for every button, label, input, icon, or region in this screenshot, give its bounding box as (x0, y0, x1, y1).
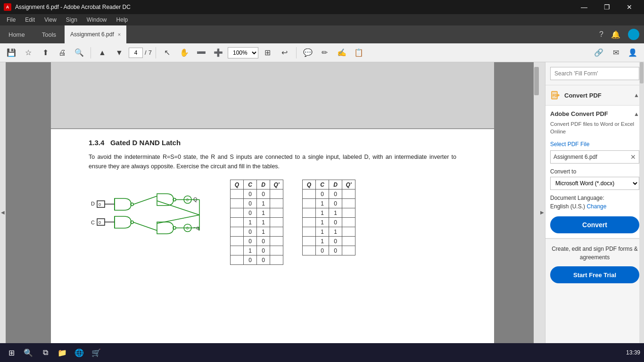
hand-tool-button[interactable]: ✋ (177, 45, 192, 60)
email-button[interactable]: ✉ (608, 45, 623, 60)
panel-scrollbar[interactable] (639, 62, 644, 362)
next-page-button[interactable]: ▼ (112, 45, 127, 60)
share-button[interactable]: 👤 (625, 45, 640, 60)
doc-language-value: English (U.S.) Change (550, 203, 639, 210)
pdf-scrollbar[interactable] (534, 62, 539, 362)
convert-button[interactable]: Convert (550, 216, 639, 233)
close-button[interactable]: ✕ (619, 0, 640, 14)
convert-pdf-header[interactable]: PDF Convert PDF ▲ (545, 85, 644, 106)
search-fill-form-input[interactable] (550, 67, 639, 80)
pen-button[interactable]: ✏ (317, 45, 332, 60)
menu-window[interactable]: Window (82, 16, 112, 24)
adobe-convert-chevron[interactable]: ▲ (634, 111, 639, 117)
pdf-viewer[interactable]: 1.3.4 Gated D NAND Latch To avoid the in… (6, 62, 539, 362)
change-language-link[interactable]: Change (586, 203, 606, 210)
separator-2 (156, 47, 156, 58)
link-button[interactable]: 🔗 (591, 45, 606, 60)
table-row: 10 (303, 237, 355, 246)
zoom-in-button[interactable]: ➕ (211, 45, 226, 60)
tab-home[interactable]: Home (0, 25, 33, 43)
table-row: 00 (231, 255, 283, 265)
upload-button[interactable]: ⬆ (38, 45, 53, 60)
convert-pdf-icon: PDF (550, 90, 561, 100)
tab-tools[interactable]: Tools (33, 25, 65, 43)
section-title: 1.3.4 Gated D NAND Latch (89, 139, 456, 147)
taskbar: ⊞ 🔍 ⧉ 📁 🌐 🛒 13:39 (0, 343, 644, 362)
save-button[interactable]: 💾 (4, 45, 19, 60)
table-row: 00 (303, 246, 355, 255)
main-layout: ◀ 1.3.4 Gated D NAND Latch To avoid the … (0, 62, 644, 362)
tab-right-icons: ? 🔔 (594, 25, 644, 43)
page-separator: / (145, 49, 147, 56)
window-controls[interactable]: — ❐ ✕ (573, 0, 640, 14)
selected-file-name: Assignment 6.pdf (553, 154, 628, 160)
select-pdf-label[interactable]: Select PDF File (550, 141, 639, 148)
menu-help[interactable]: Help (112, 16, 133, 24)
taskbar-task-view[interactable]: ⧉ (38, 345, 53, 360)
tab-file[interactable]: Assignment 6.pdf × (65, 25, 126, 43)
svg-text:C: C (91, 220, 95, 225)
select-tool-button[interactable]: ↖ (160, 45, 175, 60)
table2-header-q: Q (303, 180, 316, 189)
table-row: 00 (231, 189, 283, 199)
taskbar-time: 13:39 (626, 349, 640, 356)
signature-button[interactable]: ✍ (334, 45, 349, 60)
taskbar-file-explorer[interactable]: 📁 (55, 345, 70, 360)
pdf-scroll-thumb[interactable] (534, 67, 539, 95)
taskbar-edge[interactable]: 🌐 (72, 345, 87, 360)
page-number-input[interactable] (129, 48, 143, 58)
table-row: 10 (231, 246, 283, 255)
tab-close-button[interactable]: × (118, 32, 121, 37)
table-row: 01 (231, 208, 283, 218)
adobe-convert-title: Adobe Convert PDF ▲ (550, 110, 639, 117)
notification-icon[interactable]: 🔔 (611, 30, 620, 39)
taskbar-store[interactable]: 🛒 (89, 345, 104, 360)
svg-line-21 (133, 222, 157, 231)
taskbar-start[interactable]: ⊞ (4, 345, 19, 360)
taskbar-search[interactable]: 🔍 (21, 345, 36, 360)
help-icon[interactable]: ? (599, 30, 603, 39)
stamp-button[interactable]: 📋 (351, 45, 366, 60)
convert-to-select[interactable]: Microsoft Word (*.docx) Microsoft Excel … (550, 177, 639, 190)
left-panel-toggle[interactable]: ◀ (0, 62, 6, 362)
print-button[interactable]: 🖨 (55, 45, 70, 60)
menu-bar: File Edit View Sign Window Help (0, 14, 644, 25)
zoom-out-button[interactable]: ➖ (194, 45, 209, 60)
search-button[interactable]: 🔍 (72, 45, 87, 60)
pdf-page: 1.3.4 Gated D NAND Latch To avoid the in… (51, 62, 494, 362)
table1-header-d: D (257, 180, 270, 189)
right-panel-toggle[interactable]: ▶ (539, 62, 545, 362)
zoom-select[interactable]: 100% 75% 125% 150% (228, 47, 258, 58)
menu-edit[interactable]: Edit (20, 16, 40, 24)
app-icon: A (4, 3, 11, 11)
fit-page-button[interactable]: ⊞ (260, 45, 275, 60)
table2-header-c: C (316, 180, 329, 189)
table2-header-d: D (329, 180, 342, 189)
clear-file-button[interactable]: ✕ (630, 153, 636, 161)
circuit-diagram: D C 0 0 (89, 180, 221, 250)
minimize-button[interactable]: — (573, 0, 595, 14)
separator-1 (91, 47, 91, 58)
taskbar-right: 13:39 (626, 349, 640, 356)
circuit-tables-area: D C 0 0 (89, 180, 456, 265)
table1-header-c: C (244, 180, 257, 189)
table1-header-qp: Q' (270, 180, 283, 189)
bookmark-button[interactable]: ☆ (21, 45, 36, 60)
maximize-button[interactable]: ❐ (596, 0, 618, 14)
start-trial-button[interactable]: Start Free Trial (550, 266, 639, 283)
adobe-convert-subtitle: Convert PDF files to Word or Excel Onlin… (550, 120, 639, 135)
prev-page-button[interactable]: ▲ (95, 45, 110, 60)
table-row: 11 (303, 208, 355, 218)
user-avatar[interactable] (628, 29, 639, 40)
page-navigation: / 7 (129, 48, 152, 58)
panel-scroll-thumb[interactable] (640, 62, 644, 83)
title-bar: A Assignment 6.pdf - Adobe Acrobat Reade… (0, 0, 644, 14)
convert-pdf-chevron[interactable]: ▲ (634, 92, 639, 99)
rotate-button[interactable]: ↩ (277, 45, 292, 60)
table-row: 01 (231, 199, 283, 208)
menu-view[interactable]: View (40, 16, 61, 24)
menu-file[interactable]: File (2, 16, 20, 24)
menu-sign[interactable]: Sign (61, 16, 82, 24)
file-selector[interactable]: Assignment 6.pdf ✕ (550, 150, 639, 164)
comment-button[interactable]: 💬 (300, 45, 315, 60)
